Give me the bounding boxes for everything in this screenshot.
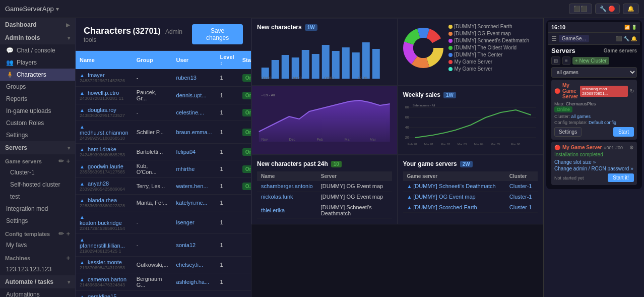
svg-rect-9 — [352, 52, 360, 79]
cluster-link[interactable]: Cluster-1 — [509, 204, 532, 210]
app-dropdown[interactable]: ▾ — [56, 6, 59, 13]
table-row[interactable]: ▲ fmayer 248372929671452526 - ruben13 1 … — [76, 69, 251, 87]
character-name-link[interactable]: goodwin.laurie — [88, 163, 123, 169]
character-name-link[interactable]: anyah28 — [88, 181, 109, 187]
sidebar-item-characters[interactable]: 🧍 Characters — [0, 69, 75, 81]
sidebar-item-players[interactable]: 👥 Players — [0, 56, 75, 69]
character-name-link[interactable]: fmayer — [88, 72, 105, 78]
game-server-link[interactable]: [DUMMY] Scorched Earth — [413, 204, 477, 210]
mobile-start-button-2[interactable]: Start it! — [608, 173, 634, 182]
col-user[interactable]: User — [172, 51, 216, 69]
table-row[interactable]: ▲ howell.p.etro 243037283130281 11 Pauce… — [76, 87, 251, 104]
sidebar-item-custom-roles[interactable]: Custom Roles — [0, 117, 75, 129]
save-changes-button[interactable]: Save changes — [192, 24, 243, 44]
mobile-start-button-1[interactable]: Start — [613, 127, 634, 137]
user-link[interactable]: braun.emma... — [176, 129, 212, 135]
character-name-link[interactable]: howell.p.etro — [88, 90, 119, 96]
user-link[interactable]: katelyn.mc... — [176, 200, 208, 206]
sidebar-item-ingame-uploads[interactable]: In-game uploads — [0, 105, 75, 117]
sidebar-item-settings-admin[interactable]: Settings — [0, 129, 75, 141]
tools-button[interactable]: 🔧 🔴 — [595, 4, 620, 14]
mobile-cluster-link[interactable]: all games — [571, 114, 591, 119]
character-name-link[interactable]: cameron.barton — [88, 276, 126, 282]
table-row[interactable]: ▲ blanda.rhea 228336993360022328 Manta, … — [76, 195, 251, 211]
sidebar-item-chat[interactable]: 💬 Chat / console — [0, 44, 75, 56]
user-link[interactable]: chelsey.li... — [176, 262, 204, 268]
table-row[interactable]: ▲ keaton.buckridge 224172945365901154 - … — [76, 211, 251, 234]
sidebar-item-selfhosted[interactable]: Self-hosted cluster — [0, 179, 75, 191]
table-row[interactable]: ▲ anyah28 233929965425889064 Terry, Les.… — [76, 178, 251, 195]
view-toggle-button[interactable]: ⬛⬛ — [569, 4, 592, 14]
table-row[interactable]: ▲ kessler.monte 219870698474310953 Gutko… — [76, 257, 251, 273]
user-link[interactable]: celestine.... — [176, 109, 205, 115]
app-layout: Dashboard ▶ Admin tools ▾ 💬 Chat / conso… — [0, 18, 644, 297]
table-row[interactable]: ▲ hamil.drake 242489393660885253 Bartole… — [76, 144, 251, 160]
col-level[interactable]: Level — [216, 51, 238, 69]
user-link[interactable]: ruben13 — [176, 75, 197, 81]
mobile-game-filter[interactable]: all games — [551, 67, 637, 78]
sidebar-item-automations[interactable]: Automations — [0, 288, 75, 297]
character-name-link[interactable]: pfannerstill.lillian... — [80, 243, 125, 249]
mobile-settings-button[interactable]: Settings — [554, 127, 582, 137]
table-row[interactable]: ▲ pfannerstill.lillian... 21902943612542… — [76, 234, 251, 257]
notifications-button[interactable]: 🔔 — [623, 4, 639, 14]
game-server-link[interactable]: [DUMMY] OG Event map — [413, 194, 475, 200]
sidebar-header-servers[interactable]: Servers ▾ — [0, 141, 75, 154]
add-icon[interactable]: + — [66, 157, 70, 165]
character-name-link[interactable]: douglas.roy — [88, 107, 116, 113]
sidebar-header-automate[interactable]: Automate / tasks ▾ — [0, 275, 75, 288]
sidebar-item-cluster1[interactable]: Cluster-1 — [0, 166, 75, 179]
col-group[interactable]: Group — [133, 51, 172, 69]
user-link[interactable]: ashleigh.ha... — [176, 279, 209, 285]
user-link[interactable]: felipa04 — [176, 149, 196, 155]
add-icon-3[interactable]: + — [66, 254, 70, 262]
sidebar-item-integration-mod[interactable]: Integration mod — [0, 203, 75, 215]
mobile-refresh-icon[interactable]: ↻ — [630, 88, 634, 94]
edit-icon-2[interactable]: ✏ — [58, 230, 64, 237]
col-status[interactable]: Status — [238, 51, 251, 69]
user-link[interactable]: lsenger — [176, 219, 195, 225]
sidebar-item-groups[interactable]: Groups — [0, 81, 75, 93]
table-row[interactable]: ▲ douglas.roy 243836302951723527 - celes… — [76, 104, 251, 121]
mobile-change-admin-link[interactable]: Change admin / RCON password » — [554, 166, 634, 171]
table-row[interactable]: ▲ goodwin.laurie 235356395174127565 Kub,… — [76, 160, 251, 178]
user-link[interactable]: dennis.upt... — [176, 92, 207, 98]
table-row[interactable]: ▲ medhu.rst.chiannon 243969291188268510 … — [76, 121, 251, 144]
add-icon-2[interactable]: + — [66, 230, 70, 237]
user-link[interactable]: waters.hen... — [176, 183, 208, 189]
sidebar-item-myfavs[interactable]: My favs — [0, 239, 75, 251]
cluster-link[interactable]: Cluster-1 — [509, 194, 532, 200]
mobile-view-toggle[interactable]: ⊞ — [551, 56, 560, 65]
nc-name-link[interactable]: nickolas.funk — [261, 194, 293, 200]
mobile-menu-icon[interactable]: ☰ — [551, 35, 557, 42]
mobile-list-toggle[interactable]: ≡ — [562, 56, 570, 65]
cell-group: - — [133, 104, 172, 121]
table-row[interactable]: ▲ cameron.barton 214896984476324843 Berg… — [76, 273, 251, 291]
sidebar-header-admintools[interactable]: Admin tools ▾ — [0, 31, 75, 44]
character-name-link[interactable]: keaton.buckridge — [80, 220, 122, 226]
mobile-config-link[interactable]: Default config — [589, 120, 616, 125]
game-server-link[interactable]: [DUMMY] Schneeti's Deathmatch — [413, 183, 496, 189]
user-link[interactable]: sonia12 — [176, 242, 196, 248]
sidebar-item-test[interactable]: test — [0, 191, 75, 203]
server-arrow-icon: ▲ — [407, 184, 414, 189]
user-link[interactable]: mhirthe — [176, 166, 195, 172]
sidebar-header-dashboard[interactable]: Dashboard ▶ — [0, 18, 75, 31]
cluster-link[interactable]: Cluster-1 — [509, 183, 532, 189]
character-name-link[interactable]: blanda.rhea — [88, 197, 117, 203]
nc-name-link[interactable]: thiel.erika — [261, 207, 285, 213]
table-row[interactable]: ▲ geraldine15 213172981104856571 Barrows… — [76, 291, 251, 298]
character-name-link[interactable]: medhu.rst.chiannon — [80, 130, 128, 136]
edit-icon[interactable]: ✏ — [58, 157, 64, 165]
sidebar-item-settings-servers[interactable]: Settings — [0, 215, 75, 227]
sidebar-item-reports[interactable]: Reports — [0, 93, 75, 105]
mobile-change-slot-link[interactable]: Change slot size » — [554, 159, 634, 165]
character-name-link[interactable]: geraldine15 — [88, 293, 117, 297]
gear-icon[interactable]: ⚙ — [629, 145, 634, 150]
mobile-new-cluster-button[interactable]: + New Cluster — [572, 57, 609, 65]
sidebar-item-machine-ip[interactable]: 123.123.123.123 — [0, 263, 75, 275]
nc-name-link[interactable]: schamberger.antonio — [261, 183, 313, 189]
character-name-link[interactable]: kessler.monte — [88, 259, 122, 265]
character-name-link[interactable]: hamil.drake — [88, 146, 116, 152]
col-name[interactable]: Name — [76, 51, 133, 69]
